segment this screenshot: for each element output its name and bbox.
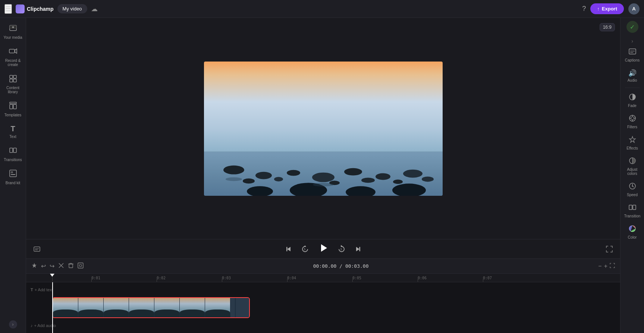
export-button[interactable]: ↑ Export <box>590 3 624 14</box>
main-area: Your media Record & create Content lib <box>0 18 644 333</box>
right-sidebar: ✓ › Captions 🔊 Audio <box>620 18 644 333</box>
skip-to-start-button[interactable] <box>285 246 292 252</box>
svg-point-36 <box>226 177 242 181</box>
right-sidebar-item-filters[interactable]: Filters <box>621 111 644 132</box>
svg-point-58 <box>79 264 82 267</box>
right-sidebar-item-color[interactable]: Color <box>621 222 644 242</box>
content-library-icon <box>9 74 17 84</box>
svg-rect-6 <box>13 75 16 78</box>
svg-rect-43 <box>286 247 288 251</box>
video-background <box>204 62 443 196</box>
sidebar-item-your-media[interactable]: Your media <box>1 21 25 43</box>
zoom-out-button[interactable]: − <box>598 263 601 270</box>
svg-point-22 <box>312 172 334 182</box>
templates-icon <box>9 101 17 111</box>
thumb-rocks <box>205 310 230 317</box>
video-clip[interactable] <box>52 297 250 318</box>
hide-captions-button[interactable] <box>34 246 40 252</box>
video-preview: 16:9 <box>26 18 620 239</box>
sidebar-item-content-library[interactable]: Content library <box>1 71 25 97</box>
your-media-icon <box>9 24 17 34</box>
thumb-rocks <box>180 310 205 317</box>
thumbnail-frame <box>154 298 180 317</box>
right-sidebar-item-transition[interactable]: Transition <box>621 201 644 221</box>
thumbnail-frame <box>78 298 104 317</box>
playback-controls: 5 5 <box>26 239 620 258</box>
hamburger-menu-button[interactable]: ☰ <box>4 4 12 14</box>
apply-button[interactable]: ✓ <box>626 21 638 33</box>
svg-point-64 <box>631 117 634 120</box>
magic-tool-button[interactable] <box>31 263 37 270</box>
delete-button[interactable] <box>68 263 74 270</box>
sidebar-item-templates[interactable]: Templates <box>1 98 25 120</box>
skip-to-end-button[interactable] <box>355 246 361 252</box>
cloud-save-icon: ☁ <box>91 5 98 13</box>
transitions-icon <box>9 146 17 156</box>
save-frame-button[interactable] <box>78 263 84 270</box>
sidebar-item-record-create[interactable]: Record & create <box>1 44 25 70</box>
svg-point-16 <box>11 172 13 173</box>
right-sidebar-item-fade[interactable]: Fade <box>621 90 644 111</box>
playhead <box>52 282 53 333</box>
thumbnail-frame <box>129 298 154 317</box>
right-sidebar-item-effects[interactable]: Effects <box>621 133 644 153</box>
video-title-button[interactable]: My video <box>57 4 87 13</box>
sidebar-collapse-button[interactable]: › <box>9 320 17 329</box>
svg-rect-17 <box>11 174 15 175</box>
timeline-area: ↩ ↪ <box>26 258 620 333</box>
sidebar-item-label: Your media <box>3 35 22 40</box>
right-sidebar-collapse-button[interactable]: › <box>631 38 633 44</box>
topbar-right: ? ↑ Export A <box>582 3 640 15</box>
text-icon: T <box>10 125 15 133</box>
fullscreen-button[interactable] <box>606 246 613 252</box>
svg-rect-8 <box>13 79 16 82</box>
rewind-button[interactable]: 5 <box>301 245 309 253</box>
right-sidebar-item-speed[interactable]: Speed <box>621 179 644 200</box>
rs-divider <box>625 88 640 88</box>
playhead-triangle <box>50 274 54 277</box>
svg-marker-42 <box>287 247 290 251</box>
svg-marker-44 <box>304 245 306 247</box>
right-sidebar-item-captions[interactable]: Captions <box>621 45 644 65</box>
video-canvas <box>204 62 443 196</box>
svg-marker-49 <box>356 247 359 251</box>
cut-button[interactable] <box>58 263 64 270</box>
avatar[interactable]: A <box>628 3 640 15</box>
play-button[interactable] <box>318 243 329 255</box>
sidebar-item-text[interactable]: T Text <box>1 122 25 142</box>
zoom-in-button[interactable]: + <box>604 263 607 270</box>
svg-point-24 <box>376 173 390 180</box>
center-area: 16:9 <box>26 18 620 333</box>
right-sidebar-item-adjust-colors[interactable]: Adjust colors <box>621 154 644 179</box>
svg-marker-69 <box>629 136 635 142</box>
right-sidebar-item-label: Audio <box>628 78 637 82</box>
zoom-fit-button[interactable] <box>610 263 615 270</box>
captions-icon <box>629 48 636 57</box>
app-logo-icon <box>16 4 25 13</box>
svg-point-37 <box>313 183 334 186</box>
right-sidebar-item-label: Color <box>628 235 637 239</box>
transition-icon <box>629 204 636 213</box>
topbar-left: ☰ Clipchamp My video ☁ <box>4 4 578 14</box>
right-sidebar-item-audio[interactable]: 🔊 Audio <box>621 66 644 85</box>
svg-point-27 <box>274 177 283 181</box>
fast-forward-button[interactable]: 5 <box>337 245 346 253</box>
fade-icon <box>629 93 636 103</box>
aspect-ratio-badge[interactable]: 16:9 <box>600 23 615 31</box>
thumb-rocks <box>53 310 78 317</box>
sidebar-item-label: Text <box>9 135 16 139</box>
add-text-label[interactable]: T + Add text <box>26 288 53 292</box>
sidebar-item-label: Templates <box>4 113 22 117</box>
help-button[interactable]: ? <box>582 5 586 13</box>
sidebar-item-transitions[interactable]: Transitions <box>1 143 25 165</box>
thumbnail-frame <box>104 298 129 317</box>
svg-point-75 <box>632 186 633 187</box>
svg-marker-46 <box>321 244 327 252</box>
add-audio-label[interactable]: ♪ + Add audio <box>26 323 56 328</box>
thumb-rocks <box>104 310 129 317</box>
sidebar-item-brand-kit[interactable]: Brand kit <box>1 166 25 188</box>
undo-button[interactable]: ↩ <box>41 263 46 270</box>
timeline-time-display: 00:00.00 / 00:03.00 <box>87 263 594 269</box>
effects-icon <box>629 136 636 145</box>
redo-button[interactable]: ↪ <box>50 263 54 270</box>
